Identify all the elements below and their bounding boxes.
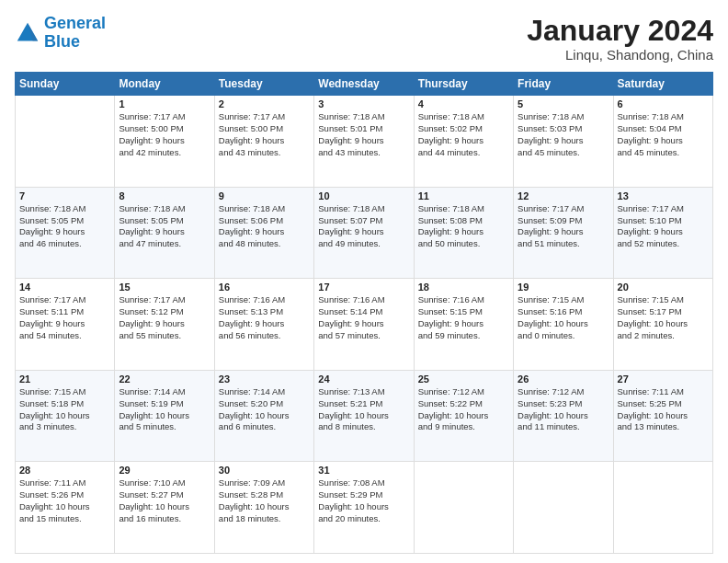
day-info: Sunrise: 7:18 AM Sunset: 5:05 PM Dayligh…: [119, 203, 210, 250]
day-info: Sunrise: 7:13 AM Sunset: 5:21 PM Dayligh…: [318, 386, 409, 433]
calendar-day-cell: 6Sunrise: 7:18 AM Sunset: 5:04 PM Daylig…: [613, 96, 712, 188]
day-info: Sunrise: 7:18 AM Sunset: 5:07 PM Dayligh…: [318, 203, 409, 250]
calendar-day-cell: 8Sunrise: 7:18 AM Sunset: 5:05 PM Daylig…: [115, 187, 214, 279]
calendar-day-cell: 12Sunrise: 7:17 AM Sunset: 5:09 PM Dayli…: [514, 187, 613, 279]
page: General Blue January 2024 Linqu, Shandon…: [0, 0, 728, 563]
day-of-week-header: Wednesday: [314, 73, 414, 96]
day-number: 10: [318, 190, 409, 201]
calendar-day-cell: 17Sunrise: 7:16 AM Sunset: 5:14 PM Dayli…: [314, 279, 414, 371]
calendar-day-cell: 30Sunrise: 7:09 AM Sunset: 5:28 PM Dayli…: [214, 462, 313, 554]
calendar-week-row: 21Sunrise: 7:15 AM Sunset: 5:18 PM Dayli…: [16, 370, 713, 462]
calendar-day-cell: 28Sunrise: 7:11 AM Sunset: 5:26 PM Dayli…: [16, 462, 115, 554]
day-info: Sunrise: 7:17 AM Sunset: 5:10 PM Dayligh…: [618, 203, 709, 250]
day-info: Sunrise: 7:15 AM Sunset: 5:16 PM Dayligh…: [518, 294, 609, 341]
calendar-day-cell: 26Sunrise: 7:12 AM Sunset: 5:23 PM Dayli…: [514, 370, 613, 462]
calendar-day-cell: [613, 462, 712, 554]
day-number: 11: [418, 190, 509, 201]
calendar-day-cell: 25Sunrise: 7:12 AM Sunset: 5:22 PM Dayli…: [414, 370, 513, 462]
day-info: Sunrise: 7:18 AM Sunset: 5:05 PM Dayligh…: [19, 203, 110, 250]
day-number: 7: [19, 190, 110, 201]
day-info: Sunrise: 7:09 AM Sunset: 5:28 PM Dayligh…: [219, 477, 310, 524]
day-number: 28: [19, 465, 110, 476]
day-info: Sunrise: 7:16 AM Sunset: 5:15 PM Dayligh…: [418, 294, 509, 341]
calendar-day-cell: 31Sunrise: 7:08 AM Sunset: 5:29 PM Dayli…: [314, 462, 414, 554]
day-number: 30: [219, 465, 310, 476]
day-number: 31: [318, 465, 409, 476]
day-info: Sunrise: 7:18 AM Sunset: 5:02 PM Dayligh…: [418, 111, 509, 158]
day-number: 9: [219, 190, 310, 201]
day-info: Sunrise: 7:14 AM Sunset: 5:20 PM Dayligh…: [219, 386, 310, 433]
calendar-day-cell: 11Sunrise: 7:18 AM Sunset: 5:08 PM Dayli…: [414, 187, 513, 279]
calendar-day-cell: 20Sunrise: 7:15 AM Sunset: 5:17 PM Dayli…: [613, 279, 712, 371]
day-number: 26: [518, 373, 609, 385]
day-of-week-header: Saturday: [613, 73, 712, 96]
day-info: Sunrise: 7:16 AM Sunset: 5:13 PM Dayligh…: [219, 294, 310, 341]
calendar-day-cell: 14Sunrise: 7:17 AM Sunset: 5:11 PM Dayli…: [16, 279, 115, 371]
day-number: 1: [119, 98, 210, 109]
day-number: 8: [119, 190, 210, 201]
title-block: January 2024 Linqu, Shandong, China: [527, 15, 713, 63]
calendar-day-cell: 22Sunrise: 7:14 AM Sunset: 5:19 PM Dayli…: [115, 370, 214, 462]
day-of-week-header: Friday: [514, 73, 613, 96]
subtitle: Linqu, Shandong, China: [527, 47, 713, 63]
calendar-day-cell: [16, 96, 115, 188]
logo: General Blue: [15, 15, 106, 52]
calendar-day-cell: 9Sunrise: 7:18 AM Sunset: 5:06 PM Daylig…: [214, 187, 313, 279]
day-info: Sunrise: 7:17 AM Sunset: 5:12 PM Dayligh…: [119, 294, 210, 341]
day-number: 3: [318, 98, 409, 109]
day-info: Sunrise: 7:12 AM Sunset: 5:23 PM Dayligh…: [518, 386, 609, 433]
calendar-day-cell: 10Sunrise: 7:18 AM Sunset: 5:07 PM Dayli…: [314, 187, 414, 279]
day-info: Sunrise: 7:11 AM Sunset: 5:25 PM Dayligh…: [618, 386, 709, 433]
calendar-day-cell: 21Sunrise: 7:15 AM Sunset: 5:18 PM Dayli…: [16, 370, 115, 462]
day-info: Sunrise: 7:10 AM Sunset: 5:27 PM Dayligh…: [119, 477, 210, 524]
day-number: 22: [119, 373, 210, 385]
day-info: Sunrise: 7:18 AM Sunset: 5:06 PM Dayligh…: [219, 203, 310, 250]
day-of-week-header: Thursday: [414, 73, 513, 96]
day-number: 24: [318, 373, 409, 385]
calendar-day-cell: 29Sunrise: 7:10 AM Sunset: 5:27 PM Dayli…: [115, 462, 214, 554]
calendar-header-row: SundayMondayTuesdayWednesdayThursdayFrid…: [16, 73, 713, 96]
calendar-week-row: 7Sunrise: 7:18 AM Sunset: 5:05 PM Daylig…: [16, 187, 713, 279]
calendar-day-cell: 23Sunrise: 7:14 AM Sunset: 5:20 PM Dayli…: [214, 370, 313, 462]
calendar-day-cell: 5Sunrise: 7:18 AM Sunset: 5:03 PM Daylig…: [514, 96, 613, 188]
day-info: Sunrise: 7:17 AM Sunset: 5:00 PM Dayligh…: [219, 111, 310, 158]
calendar-day-cell: 18Sunrise: 7:16 AM Sunset: 5:15 PM Dayli…: [414, 279, 513, 371]
day-number: 29: [119, 465, 210, 476]
logo-text: General Blue: [44, 15, 106, 52]
calendar-day-cell: [414, 462, 513, 554]
calendar-day-cell: 2Sunrise: 7:17 AM Sunset: 5:00 PM Daylig…: [214, 96, 313, 188]
calendar-day-cell: 7Sunrise: 7:18 AM Sunset: 5:05 PM Daylig…: [16, 187, 115, 279]
day-info: Sunrise: 7:18 AM Sunset: 5:01 PM Dayligh…: [318, 111, 409, 158]
day-of-week-header: Sunday: [16, 73, 115, 96]
day-info: Sunrise: 7:15 AM Sunset: 5:17 PM Dayligh…: [618, 294, 709, 341]
day-info: Sunrise: 7:18 AM Sunset: 5:04 PM Dayligh…: [618, 111, 709, 158]
day-info: Sunrise: 7:17 AM Sunset: 5:09 PM Dayligh…: [518, 203, 609, 250]
calendar-day-cell: 27Sunrise: 7:11 AM Sunset: 5:25 PM Dayli…: [613, 370, 712, 462]
day-number: 20: [618, 282, 709, 293]
day-number: 16: [219, 282, 310, 293]
header: General Blue January 2024 Linqu, Shandon…: [15, 15, 713, 63]
day-info: Sunrise: 7:18 AM Sunset: 5:03 PM Dayligh…: [518, 111, 609, 158]
logo-icon: [15, 20, 40, 46]
calendar-day-cell: 24Sunrise: 7:13 AM Sunset: 5:21 PM Dayli…: [314, 370, 414, 462]
calendar-table: SundayMondayTuesdayWednesdayThursdayFrid…: [15, 72, 713, 554]
day-number: 19: [518, 282, 609, 293]
calendar-day-cell: 15Sunrise: 7:17 AM Sunset: 5:12 PM Dayli…: [115, 279, 214, 371]
day-number: 13: [618, 190, 709, 201]
calendar-day-cell: 16Sunrise: 7:16 AM Sunset: 5:13 PM Dayli…: [214, 279, 313, 371]
day-number: 15: [119, 282, 210, 293]
day-number: 6: [618, 98, 709, 109]
day-info: Sunrise: 7:17 AM Sunset: 5:00 PM Dayligh…: [119, 111, 210, 158]
day-info: Sunrise: 7:14 AM Sunset: 5:19 PM Dayligh…: [119, 386, 210, 433]
day-info: Sunrise: 7:11 AM Sunset: 5:26 PM Dayligh…: [19, 477, 110, 524]
main-title: January 2024: [527, 15, 713, 47]
day-number: 4: [418, 98, 509, 109]
day-number: 27: [618, 373, 709, 385]
calendar-week-row: 14Sunrise: 7:17 AM Sunset: 5:11 PM Dayli…: [16, 279, 713, 371]
calendar-week-row: 28Sunrise: 7:11 AM Sunset: 5:26 PM Dayli…: [16, 462, 713, 554]
calendar-day-cell: 3Sunrise: 7:18 AM Sunset: 5:01 PM Daylig…: [314, 96, 414, 188]
day-of-week-header: Monday: [115, 73, 214, 96]
calendar-day-cell: [514, 462, 613, 554]
calendar-day-cell: 19Sunrise: 7:15 AM Sunset: 5:16 PM Dayli…: [514, 279, 613, 371]
day-number: 17: [318, 282, 409, 293]
